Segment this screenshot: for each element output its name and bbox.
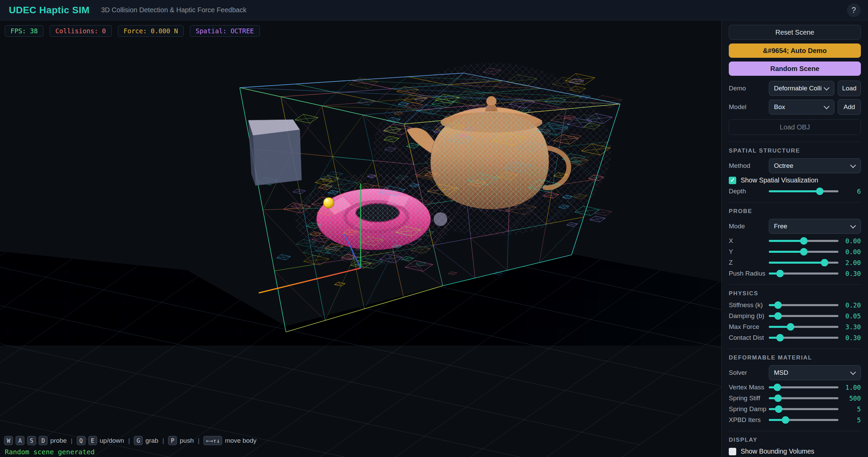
solver-select[interactable]: MSD [769,365,861,380]
push-radius-label: Push Radius [729,270,769,277]
max-force-value: 3.30 [838,323,861,331]
vertex-mass-value: 1.00 [838,384,861,391]
mode-label: Mode [729,223,769,230]
damping-slider[interactable] [769,312,838,320]
probe-x-row: X 0.00 [729,237,861,245]
load-demo-button[interactable]: Load [838,81,861,96]
depth-slider-row: Depth 6 [729,187,861,195]
solver-row: Solver MSD [729,365,861,380]
load-obj-button[interactable]: Load OBJ [729,119,861,135]
arrow-keys-icon: ←→↑↓ [203,436,222,445]
depth-value: 6 [838,188,861,195]
probe-sphere [323,197,334,208]
push-radius-slider[interactable] [769,269,838,278]
push-radius-value: 0.30 [838,270,861,277]
collisions-badge: Collisions: 0 [50,25,112,37]
push-radius-row: Push Radius 0.30 [729,269,861,278]
vertex-mass-label: Vertex Mass [729,384,769,391]
section-title-physics: PHYSICS [729,290,861,297]
max-force-label: Max Force [729,323,769,331]
method-label: Method [729,162,769,170]
slider-track [769,419,838,421]
key-e: E [88,436,97,445]
demo-row: Demo Deformable Collisions Load [729,81,861,96]
keyboard-hints: W A S D probe | Q E up/down | G grab | P… [4,436,256,445]
method-select[interactable]: Octree [769,158,861,173]
divider [729,202,861,203]
auto-demo-button[interactable]: &#9654; Auto Demo [729,43,861,58]
probe-x-value: 0.00 [838,237,861,245]
probe-z-slider[interactable] [769,259,838,267]
slider-thumb[interactable] [775,405,782,413]
control-sidebar: Reset Scene &#9654; Auto Demo Random Sce… [721,20,868,457]
mode-select-value: Free [774,223,848,230]
slider-thumb[interactable] [816,188,824,195]
show-spatial-viz-checkbox[interactable]: ✓ [729,177,736,184]
contact-dist-slider[interactable] [769,334,838,342]
show-spatial-viz-label: Show Spatial Visualization [741,176,818,184]
chevron-down-icon [850,369,856,375]
viewport-3d-scene[interactable] [0,20,721,457]
spring-stiff-slider[interactable] [769,394,838,402]
contact-dist-label: Contact Dist [729,334,769,341]
damping-row: Damping (b) 0.05 [729,312,861,320]
depth-slider[interactable] [769,187,838,195]
help-button[interactable]: ? [847,3,861,17]
divider [729,284,861,285]
max-force-row: Max Force 3.30 [729,323,861,331]
section-title-display: DISPLAY [729,437,861,443]
hint-push-label: push [180,437,194,444]
probe-y-slider[interactable] [769,248,838,256]
slider-thumb[interactable] [787,323,794,331]
mode-select[interactable]: Free [769,219,861,234]
method-row: Method Octree [729,158,861,173]
check-icon: ✓ [730,177,735,184]
reset-scene-button[interactable]: Reset Scene [729,25,861,40]
demo-select-value: Deformable Collisions [774,85,822,92]
slider-thumb[interactable] [800,248,808,256]
slider-fill [769,240,804,242]
model-select-value: Box [774,103,822,111]
stiffness-slider[interactable] [769,301,838,309]
demo-select[interactable]: Deformable Collisions [769,81,834,96]
key-d: D [39,436,48,445]
chevron-down-icon [850,223,856,229]
probe-y-label: Y [729,248,769,256]
spring-stiff-row: Spring Stiff 500 [729,394,861,402]
hint-updown-label: up/down [100,437,124,444]
probe-y-row: Y 0.00 [729,248,861,256]
model-select[interactable]: Box [769,100,834,115]
spring-damp-slider[interactable] [769,405,838,413]
damping-label: Damping (b) [729,312,769,320]
spatial-badge: Spatial: OCTREE [190,25,260,37]
app-title: UDEC Haptic SIM [9,5,90,16]
hint-separator: | [71,437,73,444]
key-a: A [16,436,24,445]
slider-fill [769,251,804,253]
slider-thumb[interactable] [776,334,784,341]
section-title-spatial: SPATIAL STRUCTURE [729,147,861,154]
show-bounding-volumes-label: Show Bounding Volumes [741,447,814,455]
hint-separator: | [162,437,164,444]
slider-thumb[interactable] [776,270,784,277]
key-w: W [4,436,13,445]
show-bounding-volumes-checkbox[interactable]: ✓ [729,448,736,455]
slider-thumb[interactable] [774,301,782,309]
teapot-mesh [374,63,611,236]
slider-thumb[interactable] [800,237,808,245]
xpbd-iters-slider[interactable] [769,416,838,424]
slider-thumb[interactable] [774,312,782,320]
xpbd-iters-value: 5 [838,416,861,424]
fps-badge: FPS: 38 [5,25,43,37]
max-force-slider[interactable] [769,323,838,331]
slider-thumb[interactable] [774,384,781,391]
slider-thumb[interactable] [821,259,828,266]
random-scene-button[interactable]: Random Scene [729,61,861,76]
app-window: UDEC Haptic SIM 3D Collision Detection &… [0,0,868,457]
add-model-button[interactable]: Add [838,99,861,115]
slider-thumb[interactable] [774,394,782,402]
slider-thumb[interactable] [782,416,789,424]
spring-damp-row: Spring Damp 5 [729,405,861,413]
vertex-mass-slider[interactable] [769,383,838,391]
probe-x-slider[interactable] [769,237,838,245]
